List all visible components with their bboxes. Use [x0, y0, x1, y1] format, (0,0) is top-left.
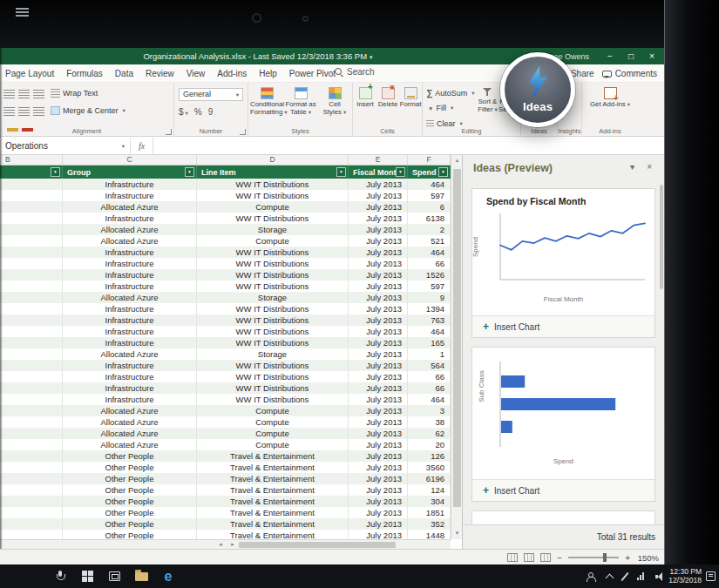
column-headers[interactable]: B C D E F — [0, 155, 451, 166]
file-explorer-button[interactable] — [131, 564, 152, 588]
tab-page-layout[interactable]: Page Layout — [5, 69, 54, 78]
table-row[interactable]: InfrastructureWW IT DistributionsJuly 20… — [0, 269, 451, 280]
spreadsheet-grid[interactable]: InfrastructureWW IT DistributionsJuly 20… — [0, 179, 451, 539]
tab-data[interactable]: Data — [115, 69, 133, 78]
pane-scrollbar[interactable] — [660, 185, 663, 289]
horizontal-scroll-thumb[interactable] — [239, 542, 396, 548]
table-row[interactable]: InfrastructureWW IT DistributionsJuly 20… — [0, 280, 451, 292]
table-row[interactable]: Allocated AzureComputeJuly 201338 — [0, 416, 451, 428]
table-header-line-item[interactable]: Line Item ▾ — [197, 166, 349, 179]
close-button[interactable]: × — [641, 48, 662, 64]
table-row[interactable]: InfrastructureWW IT DistributionsJuly 20… — [0, 382, 451, 394]
task-view-button[interactable] — [104, 564, 125, 588]
filter-icon[interactable]: ▾ — [396, 167, 405, 177]
tab-power-pivot[interactable]: Power Pivot — [289, 69, 336, 78]
column-header-b[interactable]: B — [0, 155, 63, 165]
insert-chart-button[interactable]: + Insert Chart — [472, 315, 655, 337]
filter-icon[interactable]: ▾ — [438, 167, 448, 177]
table-row[interactable]: InfrastructureWW IT DistributionsJuly 20… — [0, 326, 451, 337]
table-row[interactable]: Other PeopleTravel & EntertainmentJuly 2… — [0, 450, 451, 462]
start-button[interactable] — [77, 564, 98, 588]
formula-input[interactable] — [153, 138, 664, 154]
ideas-callout[interactable]: Ideas — [500, 52, 575, 127]
table-row[interactable]: InfrastructureWW IT DistributionsJuly 20… — [0, 314, 451, 326]
people-icon[interactable] — [586, 572, 595, 581]
tab-formulas[interactable]: Formulas — [66, 69, 103, 78]
autosum-button[interactable]: ∑ AutoSum▾ — [426, 88, 474, 98]
chevron-up-icon[interactable] — [606, 573, 614, 582]
table-row[interactable]: InfrastructureWW IT DistributionsJuly 20… — [0, 190, 451, 201]
table-row[interactable]: InfrastructureWW IT DistributionsJuly 20… — [0, 258, 451, 269]
network-icon[interactable] — [637, 572, 644, 580]
vertical-scrollbar[interactable]: ▲ ▼ — [451, 155, 462, 539]
name-box[interactable]: Operations ▾ — [0, 138, 131, 154]
table-row[interactable]: Allocated AzureComputeJuly 201320 — [0, 439, 451, 450]
zoom-slider-thumb[interactable] — [603, 553, 607, 562]
table-row[interactable]: InfrastructureWW IT DistributionsJuly 20… — [0, 371, 451, 382]
table-row[interactable]: InfrastructureWW IT DistributionsJuly 20… — [0, 247, 451, 258]
column-header-e[interactable]: E — [349, 155, 408, 165]
table-row[interactable]: Other PeopleTravel & EntertainmentJuly 2… — [0, 530, 451, 539]
table-header-cell[interactable]: ▾ — [0, 166, 63, 179]
wrap-text-button[interactable]: Wrap Text — [51, 89, 98, 98]
microphone-icon[interactable] — [50, 564, 71, 588]
pane-close-icon[interactable]: × — [647, 162, 652, 172]
cell-styles-button[interactable]: Cell Styles▾ — [318, 87, 351, 116]
ink-pen-icon[interactable] — [621, 571, 628, 580]
vertical-scroll-thumb[interactable] — [453, 169, 461, 507]
table-row[interactable]: Allocated AzureComputeJuly 20133 — [0, 405, 451, 416]
tab-view[interactable]: View — [187, 69, 206, 78]
table-row[interactable]: Other PeopleTravel & EntertainmentJuly 2… — [0, 496, 451, 507]
get-addins-button[interactable]: Get Add-ins▾ — [586, 87, 634, 109]
taskbar-clock[interactable]: 12:30 PM 12/3/2018 — [668, 568, 702, 585]
merge-center-button[interactable]: Merge & Center ▾ — [51, 106, 125, 115]
zoom-out-button[interactable]: − — [557, 553, 562, 563]
table-header-spend[interactable]: Spend ▾ — [408, 166, 451, 179]
filter-icon[interactable]: ▾ — [51, 167, 60, 177]
fx-icon[interactable]: fx — [131, 138, 153, 154]
action-center-icon[interactable] — [706, 571, 716, 581]
table-row[interactable]: InfrastructureWW IT DistributionsJuly 20… — [0, 394, 451, 405]
page-layout-view-icon[interactable] — [524, 553, 534, 562]
title-dropdown-icon[interactable]: ▾ — [370, 54, 373, 60]
percent-format-button[interactable]: % — [194, 107, 202, 117]
tab-help[interactable]: Help — [259, 69, 277, 78]
table-row[interactable]: InfrastructureWW IT DistributionsJuly 20… — [0, 213, 451, 224]
format-cells-button[interactable]: Format — [399, 87, 422, 109]
table-header-fiscal-month[interactable]: Fiscal Month ▾ — [349, 166, 408, 179]
comments-button[interactable]: Comments — [602, 69, 657, 78]
table-row[interactable]: Other PeopleTravel & EntertainmentJuly 2… — [0, 462, 451, 473]
currency-format-button[interactable]: $▾ — [179, 107, 188, 117]
align-horizontal-icons[interactable] — [2, 104, 46, 119]
pane-options-icon[interactable]: ▾ — [630, 162, 634, 172]
table-row[interactable]: InfrastructureWW IT DistributionsJuly 20… — [0, 337, 451, 348]
dialog-launcher-icon[interactable] — [166, 129, 172, 135]
horizontal-scrollbar[interactable]: ◄ ► — [0, 539, 451, 549]
search-box[interactable]: Search — [334, 67, 375, 77]
tab-review[interactable]: Review — [146, 69, 174, 78]
zoom-level[interactable]: 150% — [636, 553, 659, 563]
table-row[interactable]: Other PeopleTravel & EntertainmentJuly 2… — [0, 473, 451, 484]
zoom-in-button[interactable]: + — [625, 553, 630, 563]
format-as-table-button[interactable]: Format as Table▾ — [284, 87, 317, 116]
tab-add-ins[interactable]: Add-ins — [217, 69, 247, 78]
normal-view-icon[interactable] — [507, 553, 518, 562]
table-row[interactable]: Allocated AzureStorageJuly 20132 — [0, 224, 451, 235]
column-header-d[interactable]: D — [197, 155, 349, 165]
table-row[interactable]: Allocated AzureComputeJuly 201362 — [0, 428, 451, 439]
dialog-launcher-icon[interactable] — [240, 129, 246, 135]
filter-icon[interactable]: ▾ — [185, 167, 194, 177]
table-row[interactable]: InfrastructureWW IT DistributionsJuly 20… — [0, 179, 451, 190]
filter-icon[interactable]: ▾ — [336, 167, 346, 177]
table-header-group[interactable]: Group ▾ — [63, 166, 197, 179]
align-vertical-icons[interactable] — [2, 86, 46, 102]
table-row[interactable]: Other PeopleTravel & EntertainmentJuly 2… — [0, 507, 451, 518]
zoom-slider[interactable] — [568, 557, 619, 558]
column-header-c[interactable]: C — [63, 155, 197, 165]
comma-format-button[interactable]: 9 — [208, 107, 214, 117]
volume-icon[interactable] — [655, 572, 665, 581]
table-row[interactable]: Allocated AzureStorageJuly 20139 — [0, 292, 451, 303]
restore-button[interactable]: □ — [621, 48, 641, 64]
insert-chart-button[interactable]: + Insert Chart — [472, 479, 655, 501]
fill-button[interactable]: ▼ Fill▾ — [426, 104, 453, 112]
